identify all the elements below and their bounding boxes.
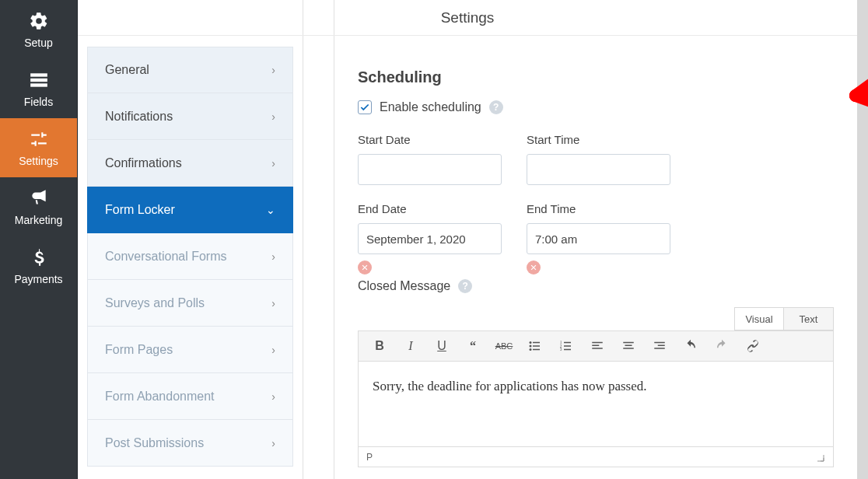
main-panel: Settings Scheduling Enable scheduling ? …	[334, 0, 857, 479]
help-icon[interactable]: ?	[489, 100, 503, 114]
strikethrough-button[interactable]: ABC	[495, 337, 513, 355]
undo-button[interactable]	[682, 337, 699, 355]
settings-item-form-abandonment[interactable]: Form Abandonment ›	[87, 373, 293, 420]
settings-item-label: Conversational Forms	[105, 250, 227, 264]
editor-tab-text[interactable]: Text	[784, 307, 834, 330]
resize-handle-icon[interactable]	[814, 452, 825, 463]
chevron-right-icon: ›	[271, 390, 275, 403]
svg-rect-16	[592, 345, 599, 347]
svg-text:3: 3	[560, 347, 562, 351]
clear-end-date-button[interactable]	[358, 260, 372, 274]
settings-item-label: Form Pages	[105, 343, 173, 357]
svg-rect-20	[623, 348, 634, 349]
svg-point-3	[530, 341, 532, 344]
svg-point-5	[530, 345, 532, 348]
editor-content[interactable]: Sorry, the deadline for applications has…	[358, 362, 834, 447]
close-icon	[530, 264, 537, 271]
numbered-list-button[interactable]: 123	[558, 337, 575, 355]
svg-rect-22	[658, 345, 665, 347]
start-date-label: Start Date	[358, 133, 502, 146]
settings-item-general[interactable]: General ›	[87, 47, 293, 93]
settings-item-surveys-polls[interactable]: Surveys and Polls ›	[87, 280, 293, 327]
nav-fields[interactable]: Fields	[0, 59, 77, 118]
settings-item-label: Form Locker	[105, 203, 175, 217]
settings-item-label: General	[105, 63, 149, 77]
close-icon	[361, 264, 369, 271]
settings-item-form-locker[interactable]: Form Locker ⌄	[87, 187, 293, 233]
nav-marketing[interactable]: Marketing	[0, 177, 77, 236]
check-icon	[359, 102, 370, 113]
settings-sidebar: General › Notifications › Confirmations …	[78, 0, 303, 479]
end-time-input[interactable]	[527, 223, 670, 254]
settings-item-label: Surveys and Polls	[105, 296, 205, 310]
chevron-right-icon: ›	[271, 110, 275, 123]
primary-sidebar: Setup Fields Settings Marketing Payments	[0, 0, 78, 479]
bullhorn-icon	[29, 187, 49, 209]
settings-item-label: Confirmations	[105, 156, 182, 170]
nav-label: Setup	[24, 37, 53, 49]
settings-item-form-pages[interactable]: Form Pages ›	[87, 327, 293, 373]
end-time-label: End Time	[527, 202, 670, 215]
settings-item-conversational-forms[interactable]: Conversational Forms ›	[87, 233, 293, 280]
settings-item-notifications[interactable]: Notifications ›	[87, 93, 293, 140]
editor-path: P	[366, 452, 373, 463]
section-title: Scheduling	[358, 68, 834, 86]
settings-item-post-submissions[interactable]: Post Submissions ›	[87, 420, 293, 467]
nav-payments[interactable]: Payments	[0, 236, 77, 295]
bullet-list-button[interactable]	[527, 337, 544, 355]
svg-rect-14	[564, 349, 571, 351]
nav-label: Payments	[14, 273, 62, 285]
dollar-icon	[29, 246, 49, 268]
settings-item-label: Notifications	[105, 110, 173, 124]
enable-scheduling-label: Enable scheduling	[380, 100, 481, 114]
chevron-right-icon: ›	[271, 344, 275, 356]
italic-button[interactable]: I	[402, 337, 419, 355]
nav-settings[interactable]: Settings	[0, 118, 77, 177]
svg-rect-17	[592, 348, 603, 349]
chevron-right-icon: ›	[271, 64, 275, 76]
svg-rect-4	[533, 342, 540, 344]
settings-item-label: Post Submissions	[105, 436, 204, 450]
svg-rect-19	[625, 345, 632, 347]
clear-end-time-button[interactable]	[527, 260, 541, 274]
svg-rect-1	[30, 79, 47, 82]
align-center-button[interactable]	[620, 337, 637, 355]
end-date-label: End Date	[358, 202, 502, 215]
svg-rect-18	[623, 342, 634, 344]
start-time-input[interactable]	[527, 154, 670, 185]
svg-rect-12	[564, 345, 571, 347]
editor-tab-visual[interactable]: Visual	[734, 307, 784, 330]
svg-point-7	[530, 348, 532, 351]
svg-rect-21	[654, 342, 665, 344]
quote-button[interactable]: “	[464, 337, 481, 355]
end-date-input[interactable]	[358, 223, 502, 254]
nav-label: Fields	[24, 96, 53, 108]
align-left-button[interactable]	[589, 337, 606, 355]
svg-rect-2	[30, 83, 47, 86]
start-date-input[interactable]	[358, 154, 502, 185]
closed-message-label: Closed Message	[358, 279, 450, 293]
settings-item-confirmations[interactable]: Confirmations ›	[87, 140, 293, 187]
sliders-icon	[29, 128, 49, 150]
svg-rect-10	[564, 342, 571, 344]
chevron-right-icon: ›	[271, 437, 275, 449]
nav-label: Marketing	[15, 214, 62, 226]
chevron-down-icon: ⌄	[266, 204, 275, 216]
enable-scheduling-checkbox[interactable]	[358, 100, 372, 114]
link-button[interactable]	[744, 337, 761, 355]
list-icon	[29, 69, 49, 91]
bold-button[interactable]: B	[371, 337, 388, 355]
svg-rect-6	[533, 345, 540, 347]
underline-button[interactable]: U	[433, 337, 450, 355]
chevron-right-icon: ›	[271, 250, 275, 263]
nav-setup[interactable]: Setup	[0, 0, 77, 59]
chevron-right-icon: ›	[271, 297, 275, 309]
svg-rect-8	[533, 349, 540, 351]
redo-button[interactable]	[713, 337, 730, 355]
help-icon[interactable]: ?	[458, 279, 472, 293]
svg-rect-15	[592, 342, 603, 344]
align-right-button[interactable]	[651, 337, 668, 355]
rich-text-editor: Visual Text B I U “ ABC 123	[358, 307, 834, 467]
nav-label: Settings	[19, 155, 58, 167]
page-title: Settings	[78, 0, 857, 36]
